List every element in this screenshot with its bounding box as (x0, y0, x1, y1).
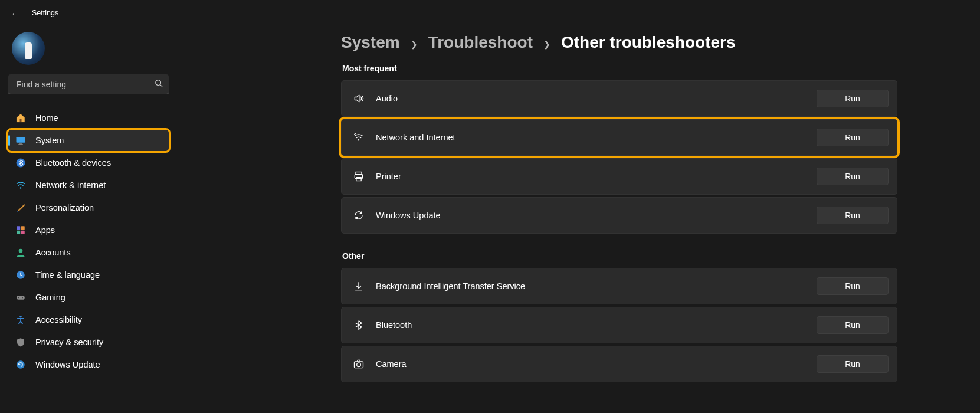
svg-point-18 (17, 360, 25, 369)
troubleshooter-row-printer[interactable]: Printer Run (341, 158, 897, 195)
run-button[interactable]: Run (817, 90, 889, 107)
troubleshooter-label: Camera (376, 359, 817, 369)
sidebar-item-label: Windows Update (35, 360, 100, 369)
svg-rect-4 (19, 143, 22, 144)
section-header-most-frequent: Most frequent (342, 64, 897, 73)
troubleshooter-label: Windows Update (376, 211, 817, 220)
window-title: Settings (32, 9, 58, 17)
home-icon (15, 113, 26, 123)
run-button[interactable]: Run (817, 277, 889, 295)
svg-line-1 (160, 85, 163, 87)
sidebar-item-time[interactable]: Time & language (8, 264, 169, 286)
sidebar: Home System Bluetooth & devices Network … (0, 26, 177, 413)
shield-icon (15, 337, 26, 348)
svg-point-19 (358, 139, 360, 141)
breadcrumb: System ❯ Troubleshoot ❯ Other troublesho… (341, 33, 897, 52)
content-area: Home System Bluetooth & devices Network … (0, 26, 980, 413)
sidebar-item-personalization[interactable]: Personalization (8, 197, 169, 218)
network-icon (352, 131, 365, 144)
accessibility-icon (15, 314, 26, 325)
sidebar-item-apps[interactable]: Apps (8, 219, 169, 241)
troubleshooter-row-bits[interactable]: Background Intelligent Transfer Service … (341, 268, 897, 304)
sidebar-item-home[interactable]: Home (8, 107, 169, 129)
sidebar-item-label: Time & language (35, 270, 100, 280)
troubleshooter-label: Bluetooth (376, 320, 817, 330)
refresh-icon (352, 209, 365, 222)
bluetooth-icon (15, 158, 26, 168)
svg-rect-2 (20, 119, 22, 122)
troubleshooter-list-most-frequent: Audio Run Network and Internet Run Print… (341, 80, 897, 234)
svg-point-15 (18, 297, 19, 298)
update-icon (15, 359, 26, 370)
svg-point-7 (20, 187, 22, 189)
sidebar-item-label: Network & internet (35, 181, 106, 190)
breadcrumb-system[interactable]: System (341, 33, 400, 52)
main-panel: System ❯ Troubleshoot ❯ Other troublesho… (177, 26, 980, 413)
svg-rect-14 (17, 296, 25, 300)
sidebar-item-label: Home (35, 113, 58, 123)
svg-rect-10 (17, 231, 20, 234)
troubleshooter-row-camera[interactable]: Camera Run (341, 346, 897, 382)
sidebar-item-accessibility[interactable]: Accessibility (8, 309, 169, 330)
back-button[interactable]: ← (11, 8, 20, 18)
clock-icon (15, 270, 26, 280)
search-box[interactable] (8, 74, 169, 94)
troubleshooter-label: Printer (376, 172, 817, 181)
system-icon (15, 135, 26, 146)
sidebar-item-label: Personalization (35, 203, 94, 212)
wifi-icon (15, 180, 26, 191)
sidebar-item-winupdate[interactable]: Windows Update (8, 354, 169, 375)
sidebar-item-label: Apps (35, 225, 55, 235)
sidebar-item-accounts[interactable]: Accounts (8, 242, 169, 263)
bluetooth-icon (352, 319, 365, 332)
troubleshooter-label: Background Intelligent Transfer Service (376, 281, 817, 291)
svg-rect-5 (18, 144, 23, 145)
run-button[interactable]: Run (817, 168, 889, 185)
sidebar-item-network[interactable]: Network & internet (8, 175, 169, 196)
svg-point-0 (156, 80, 161, 86)
svg-rect-3 (17, 137, 25, 143)
nav-list: Home System Bluetooth & devices Network … (8, 107, 169, 375)
paintbrush-icon (15, 202, 26, 213)
svg-point-12 (19, 249, 23, 253)
audio-icon (352, 92, 365, 105)
svg-point-24 (357, 363, 361, 367)
chevron-right-icon: ❯ (543, 40, 550, 49)
camera-icon (352, 358, 365, 371)
chevron-right-icon: ❯ (411, 40, 418, 49)
run-button[interactable]: Run (817, 316, 889, 334)
sidebar-item-label: Privacy & security (35, 337, 103, 347)
sidebar-item-label: System (35, 136, 64, 145)
sidebar-item-privacy[interactable]: Privacy & security (8, 332, 169, 353)
troubleshooter-list-other: Background Intelligent Transfer Service … (341, 268, 897, 382)
svg-rect-8 (17, 226, 20, 230)
gamepad-icon (15, 292, 26, 303)
svg-rect-22 (356, 178, 361, 181)
titlebar: ← Settings (0, 0, 980, 26)
run-button[interactable]: Run (817, 206, 889, 224)
sidebar-item-bluetooth[interactable]: Bluetooth & devices (8, 152, 169, 173)
breadcrumb-troubleshoot[interactable]: Troubleshoot (428, 33, 533, 52)
troubleshooter-row-bluetooth[interactable]: Bluetooth Run (341, 307, 897, 343)
breadcrumb-current: Other troubleshooters (561, 33, 736, 52)
sidebar-item-system[interactable]: System (8, 130, 169, 151)
run-button[interactable]: Run (817, 355, 889, 373)
troubleshooter-label: Audio (376, 94, 817, 103)
svg-rect-11 (21, 231, 25, 234)
troubleshooter-label: Network and Internet (376, 133, 817, 142)
svg-rect-9 (21, 226, 25, 230)
sidebar-item-label: Accounts (35, 248, 71, 257)
apps-icon (15, 225, 26, 235)
sidebar-item-gaming[interactable]: Gaming (8, 287, 169, 308)
troubleshooter-row-audio[interactable]: Audio Run (341, 80, 897, 117)
download-icon (352, 280, 365, 293)
printer-icon (352, 170, 365, 183)
search-input[interactable] (17, 80, 155, 89)
run-button[interactable]: Run (817, 129, 889, 146)
avatar[interactable] (12, 32, 45, 65)
section-header-other: Other (342, 251, 897, 261)
troubleshooter-row-winupdate[interactable]: Windows Update Run (341, 197, 897, 234)
troubleshooter-row-network[interactable]: Network and Internet Run (341, 119, 897, 156)
person-icon (15, 247, 26, 258)
sidebar-item-label: Bluetooth & devices (35, 158, 111, 168)
